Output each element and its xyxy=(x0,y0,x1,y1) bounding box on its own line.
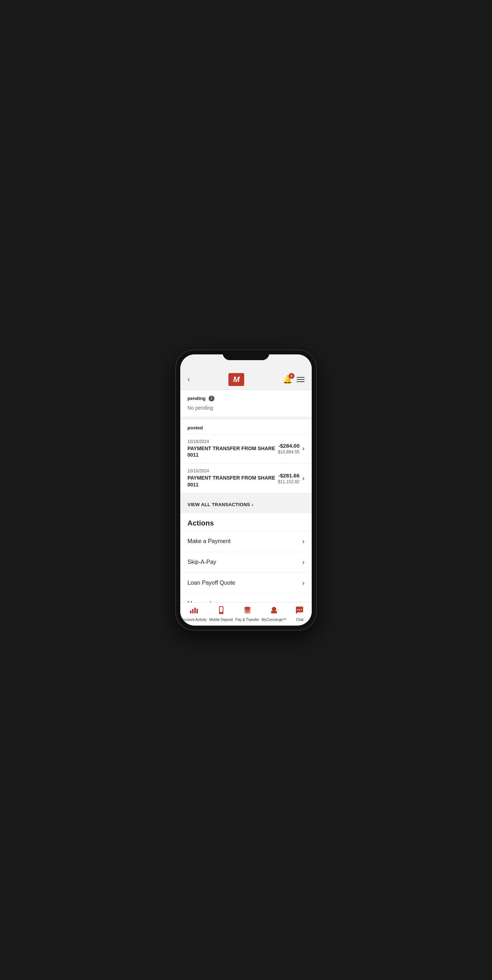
nav-label-account-activity: Account Activity xyxy=(181,618,206,622)
menu-line-1 xyxy=(297,377,305,378)
pay-transfer-icon xyxy=(243,606,252,616)
transaction-desc-1: PAYMENT TRANSFER FROM SHARE 0011 xyxy=(187,445,278,458)
transaction-amount-2: -$281.66 xyxy=(278,473,300,479)
action-label-skip-a-pay: Skip-A-Pay xyxy=(187,559,216,565)
transaction-amounts-2: -$281.66 $11,152.82 xyxy=(278,473,300,484)
transaction-item-2[interactable]: 10/10/2024 PAYMENT TRANSFER FROM SHARE 0… xyxy=(180,463,312,493)
view-all-arrow-icon: › xyxy=(252,501,254,508)
bottom-nav: Account Activity Mobile Deposit xyxy=(180,602,312,625)
transaction-balance-2: $11,152.82 xyxy=(278,479,300,484)
notification-badge: 6 xyxy=(289,373,294,379)
svg-point-8 xyxy=(244,609,251,612)
pending-title: pending xyxy=(187,396,206,401)
menu-line-2 xyxy=(297,379,305,380)
svg-point-11 xyxy=(297,609,299,611)
svg-rect-1 xyxy=(192,609,193,613)
posted-section: posted 10/18/2024 PAYMENT TRANSFER FROM … xyxy=(180,419,312,493)
transaction-desc-2: PAYMENT TRANSFER FROM SHARE 0011 xyxy=(187,474,278,487)
phone-screen: ‹ M 🔔 6 pending i xyxy=(180,355,312,625)
nav-label-chat: Chat xyxy=(296,618,304,622)
chevron-icon-2: › xyxy=(302,474,305,482)
transaction-left-1: 10/18/2024 PAYMENT TRANSFER FROM SHARE 0… xyxy=(187,439,278,458)
nav-label-myconcierge: MyConcierge™ xyxy=(262,618,287,622)
action-label-loan-payoff: Loan Payoff Quote xyxy=(187,580,235,586)
info-icon[interactable]: i xyxy=(209,396,214,401)
nav-item-pay-transfer[interactable]: Pay & Transfer xyxy=(236,606,259,622)
chevron-icon-skip-a-pay: › xyxy=(302,558,305,566)
chevron-icon-make-payment: › xyxy=(302,538,305,545)
actions-title: Actions xyxy=(180,513,312,531)
app-header: ‹ M 🔔 6 xyxy=(180,370,312,390)
transaction-amount-1: -$284.00 xyxy=(278,443,300,449)
nav-item-account-activity[interactable]: Account Activity xyxy=(181,606,206,622)
menu-line-3 xyxy=(297,381,305,382)
transaction-date-2: 10/10/2024 xyxy=(187,468,278,474)
svg-rect-5 xyxy=(220,607,223,612)
view-all-label: VIEW ALL TRANSACTIONS xyxy=(187,502,250,507)
pending-section: pending i No pending xyxy=(180,390,312,417)
concierge-icon xyxy=(269,606,279,616)
transaction-right-2: -$281.66 $11,152.82 › xyxy=(278,473,305,484)
app-logo: M xyxy=(228,373,244,386)
chevron-icon-loan-payoff: › xyxy=(302,579,305,587)
svg-point-12 xyxy=(299,609,300,611)
scroll-content: pending i No pending posted 10/18/2024 P… xyxy=(180,390,312,602)
svg-rect-0 xyxy=(190,611,192,613)
transaction-item-1[interactable]: 10/18/2024 PAYMENT TRANSFER FROM SHARE 0… xyxy=(180,434,312,463)
nav-label-pay-transfer: Pay & Transfer xyxy=(236,618,259,622)
svg-rect-10 xyxy=(271,611,277,612)
action-loan-payoff[interactable]: Loan Payoff Quote › xyxy=(180,573,312,593)
posted-title: posted xyxy=(187,425,203,430)
pending-header: pending i xyxy=(180,390,312,404)
transaction-date-1: 10/18/2024 xyxy=(187,439,278,444)
svg-point-7 xyxy=(244,607,251,609)
back-button[interactable]: ‹ xyxy=(187,375,190,384)
phone-frame: ‹ M 🔔 6 pending i xyxy=(176,350,316,630)
transaction-right-1: -$284.00 $10,884.55 › xyxy=(278,443,305,455)
transaction-left-2: 10/10/2024 PAYMENT TRANSFER FROM SHARE 0… xyxy=(187,468,278,487)
notch xyxy=(223,350,269,360)
header-right: 🔔 6 xyxy=(283,375,305,384)
transaction-balance-1: $10,884.55 xyxy=(278,449,300,455)
action-label-make-payment: Make a Payment xyxy=(187,538,230,544)
posted-header: posted xyxy=(180,419,312,434)
mobile-deposit-icon xyxy=(217,606,226,616)
no-pending-text: No pending xyxy=(180,404,312,417)
notification-bell[interactable]: 🔔 6 xyxy=(283,375,292,384)
chat-icon xyxy=(295,606,304,616)
nav-label-mobile-deposit: Mobile Deposit xyxy=(209,618,233,622)
nav-item-mobile-deposit[interactable]: Mobile Deposit xyxy=(209,606,233,622)
chevron-icon-1: › xyxy=(302,445,305,452)
transaction-amounts-1: -$284.00 $10,884.55 xyxy=(278,443,300,455)
action-skip-a-pay[interactable]: Skip-A-Pay › xyxy=(180,552,312,573)
svg-point-6 xyxy=(221,612,222,613)
action-make-payment[interactable]: Make a Payment › xyxy=(180,531,312,552)
svg-point-9 xyxy=(244,611,251,614)
nav-item-chat[interactable]: Chat xyxy=(289,606,310,622)
chart-bar-icon xyxy=(189,606,199,616)
menu-button[interactable] xyxy=(297,377,305,382)
svg-rect-2 xyxy=(194,608,196,613)
view-all-transactions[interactable]: VIEW ALL TRANSACTIONS › xyxy=(180,496,312,513)
action-manage-loan[interactable]: Manage Loan › xyxy=(180,593,312,602)
actions-section: Actions Make a Payment › Skip-A-Pay › Lo… xyxy=(180,513,312,602)
svg-point-13 xyxy=(301,609,302,611)
svg-rect-3 xyxy=(196,609,198,613)
nav-item-myconcierge[interactable]: MyConcierge™ xyxy=(262,606,287,622)
